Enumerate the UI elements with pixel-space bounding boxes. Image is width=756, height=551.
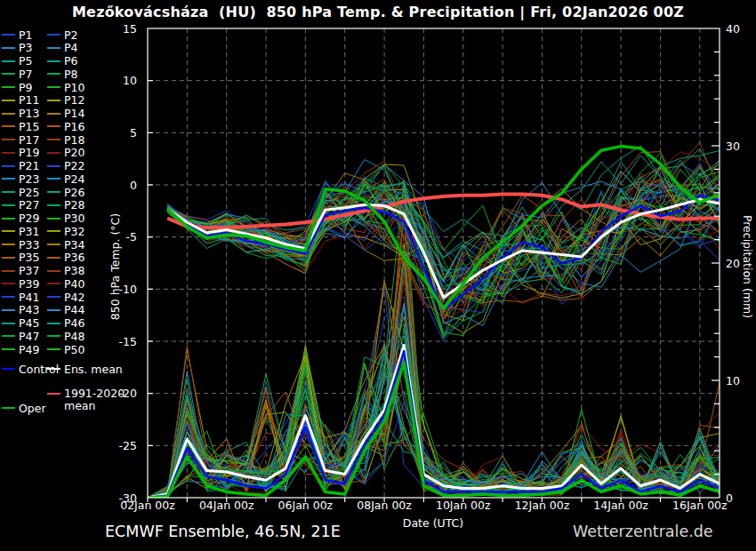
precip-tick-20: 20 (726, 257, 740, 270)
temp-tick--10: -10 (119, 283, 137, 296)
temp-axis-title: 850 hPa Temp. (°C) (109, 213, 122, 320)
date-tick-06jan-00z: 06Jan 00z (278, 499, 334, 512)
date-tick-14jan-00z: 14Jan 00z (593, 499, 648, 512)
temp-tick--25: -25 (119, 439, 137, 452)
temp-tick-15: 15 (123, 22, 137, 36)
date-tick-10jan-00z: 10Jan 00z (436, 499, 491, 512)
ensemble-meteogram: Mezőkovácsháza (HU) 850 hPa Temp. & Prec… (0, 0, 756, 551)
temp-tick-labels: 151050-5-10-15-20-25-30 (119, 22, 137, 505)
temp-tick-5: 5 (130, 126, 137, 140)
precip-tick-10: 10 (726, 374, 740, 387)
model-info: ECMWF Ensemble, 46.5N, 21E (105, 523, 341, 540)
precip-axis-title: Precipitation (mm) (741, 215, 754, 318)
date-tick-16jan-00z: 16Jan 00z (672, 499, 728, 512)
site-credit: Wetterzentrale.de (573, 523, 713, 540)
temp-tick--5: -5 (126, 230, 137, 244)
date-tick-08jan-00z: 08Jan 00z (357, 499, 412, 512)
temp-tick--15: -15 (119, 335, 137, 348)
precip-tick-40: 40 (726, 22, 740, 36)
temp-tick--20: -20 (119, 387, 137, 400)
x-axis-title: Date (UTC) (389, 516, 478, 530)
temp-tick-10: 10 (123, 74, 137, 87)
precip-tick-30: 30 (726, 140, 740, 153)
date-tick-04jan-00z: 04Jan 00z (199, 499, 254, 512)
precip-tick-labels: 403020100 (726, 22, 740, 505)
date-tick-12jan-00z: 12Jan 00z (515, 499, 570, 512)
temp-tick-0: 0 (130, 179, 137, 192)
date-tick-02jan-00z: 02Jan 00z (120, 499, 175, 512)
